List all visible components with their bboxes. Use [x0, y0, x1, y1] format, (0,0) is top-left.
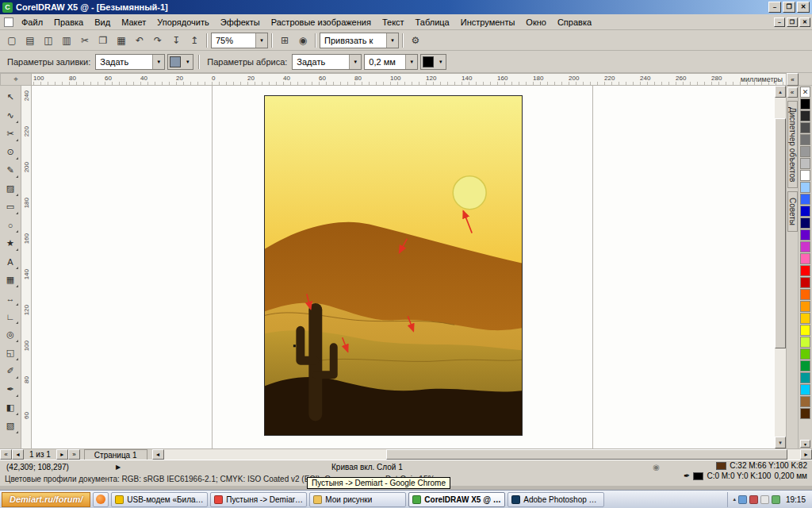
- snap-to-combo[interactable]: Привязать к ▾: [320, 33, 399, 48]
- tool-polygon[interactable]: ★: [2, 234, 20, 252]
- fill-params-combo[interactable]: Задать ▾: [95, 54, 165, 70]
- next-page-button[interactable]: ▸: [56, 449, 68, 460]
- menu-item-5[interactable]: Эффекты: [215, 16, 266, 29]
- toolbar-cut-icon[interactable]: ✂: [76, 32, 94, 49]
- tool-connector[interactable]: ∟: [2, 307, 20, 325]
- palette-swatch-7[interactable]: [800, 182, 810, 193]
- chevron-down-icon[interactable]: ▾: [182, 55, 193, 69]
- chevron-down-icon[interactable]: ▾: [405, 55, 417, 69]
- firefox-launcher[interactable]: [93, 492, 109, 507]
- chevron-down-icon[interactable]: ▾: [386, 33, 398, 48]
- vertical-ruler[interactable]: 2402202001801601401201008060: [21, 86, 32, 448]
- node-handle[interactable]: [293, 344, 296, 347]
- desert-artwork-frame[interactable]: [264, 95, 523, 436]
- chevron-down-icon[interactable]: ▾: [435, 55, 446, 69]
- tool-eyedropper[interactable]: ✐: [2, 362, 20, 380]
- toolbar-print-icon[interactable]: ▥: [58, 32, 75, 49]
- horizontal-scroll-thumb[interactable]: [386, 449, 787, 460]
- tool-zoom[interactable]: ⊙: [2, 143, 20, 161]
- menu-item-6[interactable]: Растровые изображения: [266, 16, 377, 29]
- outline-status-chip[interactable]: [693, 472, 703, 480]
- horizontal-ruler[interactable]: миллиметры 10080604020020406080100120140…: [32, 73, 787, 86]
- tool-interactive-fill[interactable]: ▧: [2, 417, 20, 435]
- title-minimize-button[interactable]: –: [768, 2, 781, 13]
- palette-swatch-23[interactable]: [800, 372, 810, 383]
- menu-item-1[interactable]: Правка: [48, 16, 89, 29]
- palette-swatch-25[interactable]: [800, 396, 810, 407]
- horizontal-scroll-track[interactable]: [164, 449, 800, 460]
- title-close-button[interactable]: ✕: [797, 2, 810, 13]
- tray-tray-icon-3[interactable]: [760, 495, 769, 504]
- tool-pick[interactable]: ↖: [2, 88, 20, 106]
- tray-expand-icon[interactable]: ▴: [733, 496, 736, 502]
- taskbar-item-photoshop[interactable]: Adobe Photoshop CS5 E...: [508, 492, 604, 507]
- coreldraw-app-icon[interactable]: C: [2, 2, 13, 13]
- tool-outline-pen[interactable]: ✒: [2, 380, 20, 398]
- toolbar-save-icon[interactable]: ◫: [40, 32, 57, 49]
- docker-collapse-icon[interactable]: «: [787, 87, 798, 98]
- color-proof-icon[interactable]: ◉: [653, 463, 660, 471]
- palette-swatch-13[interactable]: [800, 253, 810, 264]
- taskbar-item-usb-modem[interactable]: USB-модем «Билайн»: [111, 492, 208, 507]
- tool-fill[interactable]: ◧: [2, 398, 20, 417]
- scroll-down-icon[interactable]: ▾: [775, 437, 786, 448]
- palette-scroll-down-icon[interactable]: ▾: [800, 440, 810, 448]
- palette-swatch-3[interactable]: [800, 134, 810, 145]
- taskbar-item-chrome-demiart[interactable]: Пустыня -> Demiart - G...: [210, 492, 307, 507]
- palette-swatch-1[interactable]: [800, 110, 810, 121]
- palette-swatch-20[interactable]: [800, 337, 810, 348]
- clock[interactable]: 19:15: [786, 495, 806, 504]
- outline-color-picker[interactable]: ▾: [420, 54, 446, 70]
- palette-swatch-26[interactable]: [800, 408, 810, 419]
- last-page-button[interactable]: »: [68, 449, 80, 460]
- toolbar-corel-connect-icon[interactable]: ◉: [294, 32, 312, 49]
- palette-swatch-2[interactable]: [800, 122, 810, 133]
- toolbar-new-document-icon[interactable]: ▢: [3, 32, 21, 49]
- h-scroll-right-icon[interactable]: ▸: [800, 449, 812, 460]
- mdi-close-button[interactable]: ✕: [799, 17, 810, 27]
- toolbar-open-icon[interactable]: ▤: [21, 32, 39, 49]
- taskbar-item-coreldraw[interactable]: CorelDRAW X5 @ - [Б...: [408, 492, 505, 507]
- docker-tab-1[interactable]: Советы: [787, 191, 798, 232]
- tray-tray-icon-2[interactable]: [749, 495, 758, 504]
- tool-shape[interactable]: ∿: [2, 106, 20, 125]
- mdi-restore-button[interactable]: ❐: [787, 17, 798, 27]
- tool-contour[interactable]: ◱: [2, 344, 20, 362]
- menu-item-10[interactable]: Окно: [520, 16, 552, 29]
- mdi-minimize-button[interactable]: –: [774, 17, 785, 27]
- tray-tray-icon-1[interactable]: [738, 495, 747, 504]
- document-icon[interactable]: [4, 17, 13, 27]
- palette-swatch-5[interactable]: [800, 158, 810, 169]
- tool-text[interactable]: A: [2, 252, 20, 271]
- coordinates-expand-icon[interactable]: ▶: [116, 464, 121, 471]
- palette-swatch-10[interactable]: [800, 217, 810, 229]
- docker-tab-0[interactable]: Диспетчер объектов: [787, 101, 798, 188]
- palette-swatch-0[interactable]: [800, 98, 810, 110]
- tool-dimension[interactable]: ↔: [2, 289, 20, 307]
- demiart-deskband[interactable]: Demiart.ru/forum/: [2, 492, 90, 507]
- toolbar-paste-icon[interactable]: ▦: [113, 32, 130, 49]
- toolbar-application-launcher-icon[interactable]: ⊞: [276, 32, 293, 49]
- outline-params-combo[interactable]: Задать ▾: [292, 54, 362, 70]
- no-color-swatch[interactable]: ✕: [800, 87, 810, 98]
- zoom-level-combo[interactable]: 75% ▾: [211, 33, 268, 48]
- vertical-scroll-track[interactable]: [775, 98, 786, 437]
- h-scroll-left-icon[interactable]: ◂: [152, 449, 164, 460]
- palette-swatch-15[interactable]: [800, 277, 810, 288]
- toolbar-redo-icon[interactable]: ↷: [149, 32, 167, 49]
- menu-item-11[interactable]: Справка: [552, 16, 597, 29]
- palette-swatch-19[interactable]: [800, 325, 810, 336]
- chevron-down-icon[interactable]: ▾: [255, 33, 267, 48]
- vertical-scrollbar[interactable]: ▴ ▾: [775, 86, 787, 448]
- palette-swatch-12[interactable]: [800, 241, 810, 252]
- taskbar-item-my-drawings[interactable]: Мои рисунки: [309, 492, 406, 507]
- chevron-down-icon[interactable]: ▾: [152, 55, 164, 69]
- first-page-button[interactable]: «: [0, 449, 12, 460]
- menu-item-2[interactable]: Вид: [89, 16, 116, 29]
- palette-swatch-6[interactable]: [800, 170, 810, 181]
- palette-swatch-11[interactable]: [800, 229, 810, 241]
- menu-item-9[interactable]: Инструменты: [455, 16, 521, 29]
- scroll-up-icon[interactable]: ▴: [775, 86, 786, 98]
- palette-swatch-18[interactable]: [800, 313, 810, 324]
- tool-ellipse[interactable]: ○: [2, 216, 20, 234]
